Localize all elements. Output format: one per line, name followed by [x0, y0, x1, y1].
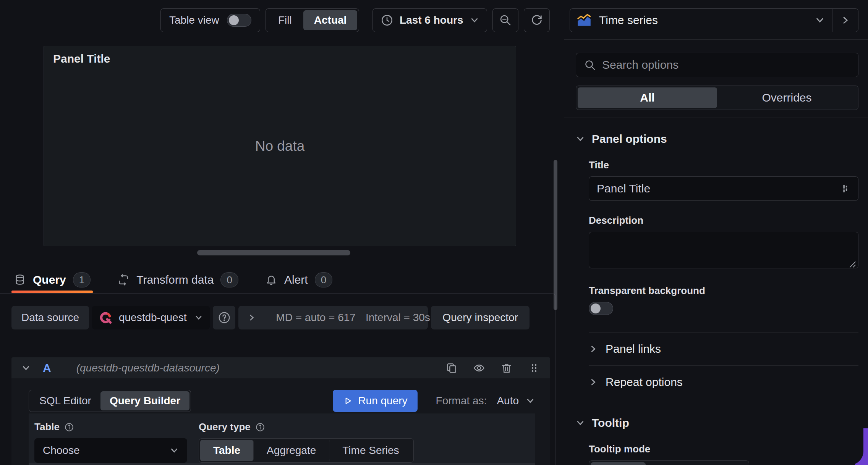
max-data-points-summary: MD = auto = 617 — [276, 312, 356, 324]
table-select[interactable]: Choose — [34, 438, 187, 463]
table-select-value: Choose — [43, 444, 170, 457]
query-inspector-button[interactable]: Query inspector — [431, 306, 530, 329]
query-toolbar: Data source questdb-quest MD = auto = 61… — [11, 306, 530, 329]
visualization-picker[interactable]: Time series — [570, 8, 858, 32]
chevron-down-icon — [576, 418, 585, 428]
time-range-label: Last 6 hours — [400, 14, 464, 26]
info-icon — [64, 422, 74, 432]
tab-transform-data[interactable]: Transform data 0 — [115, 266, 241, 293]
question-circle-icon — [218, 311, 231, 324]
chevron-right-icon — [589, 378, 598, 387]
tooltip-title: Tooltip — [592, 417, 629, 429]
options-search[interactable] — [576, 53, 858, 77]
time-range-picker[interactable]: Last 6 hours — [372, 8, 487, 32]
horizontal-resize-handle[interactable] — [197, 250, 350, 255]
options-filter-tabs: All Overrides — [576, 86, 858, 110]
query-row-a: A (questdb-questdb-datasource) SQL Edito… — [11, 357, 550, 465]
transparent-bg-label: Transparent background — [589, 285, 858, 297]
datasource-picker[interactable]: questdb-quest — [92, 306, 210, 329]
description-field-label: Description — [589, 215, 858, 226]
tab-query[interactable]: Query 1 — [11, 266, 93, 293]
query-row-header[interactable]: A (questdb-questdb-datasource) — [11, 357, 550, 378]
chevron-down-icon — [576, 134, 585, 144]
datalinks-suggestion-icon[interactable] — [840, 183, 850, 194]
datasource-label: Data source — [11, 306, 89, 329]
query-type-table[interactable]: Table — [200, 440, 253, 461]
search-icon — [584, 59, 596, 71]
interval-summary: Interval = 30s — [366, 312, 430, 324]
panel-title-input[interactable] — [597, 182, 840, 195]
table-view-toggle[interactable] — [227, 14, 251, 27]
query-row-actions — [445, 362, 540, 374]
chevron-down-icon — [170, 446, 179, 455]
delete-query-icon[interactable] — [500, 362, 513, 374]
query-type-label: Query type — [199, 421, 414, 433]
tab-alert[interactable]: Alert 0 — [263, 266, 335, 293]
panel-options-title: Panel options — [592, 132, 667, 145]
tooltip-mode-group: Single All Hidden — [589, 460, 749, 465]
collapse-chevron-icon[interactable] — [21, 363, 31, 373]
format-as-value[interactable]: Auto — [497, 395, 519, 407]
options-search-input[interactable] — [602, 58, 850, 71]
query-options-summary[interactable]: MD = auto = 617 Interval = 30s — [238, 306, 428, 329]
tab-alert-count: 0 — [315, 272, 332, 287]
panel-options-section: Panel options Title Description Transpar… — [564, 118, 868, 399]
tab-transform-count: 0 — [220, 272, 238, 287]
clock-icon — [381, 14, 394, 27]
query-type-label-text: Query type — [199, 421, 251, 433]
query-type-aggregate[interactable]: Aggregate — [253, 440, 329, 461]
zoom-out-button[interactable] — [492, 8, 518, 32]
datasource-help-button[interactable] — [213, 306, 235, 329]
sql-editor-option[interactable]: SQL Editor — [30, 391, 100, 410]
datasource-name: questdb-quest — [119, 312, 188, 324]
refresh-button[interactable] — [524, 8, 550, 32]
query-datasource-hint: (questdb-questdb-datasource) — [76, 362, 220, 374]
repeat-options-label: Repeat options — [606, 376, 683, 389]
toggle-knob — [591, 304, 601, 313]
query-ref-id: A — [43, 362, 51, 375]
query-builder-section: Table Choose Query type Table — [29, 413, 535, 465]
tooltip-mode-hidden[interactable]: Hidden — [680, 462, 737, 465]
tooltip-mode-single[interactable]: Single — [591, 462, 646, 465]
query-type-timeseries[interactable]: Time Series — [329, 440, 412, 461]
query-type-group: Table Aggregate Time Series — [199, 438, 414, 463]
fill-option[interactable]: Fill — [267, 10, 303, 30]
panel-links-section[interactable]: Panel links — [589, 333, 858, 365]
preview-panel: Panel Title No data — [44, 46, 516, 246]
hide-query-icon[interactable] — [473, 362, 485, 374]
filter-tab-all[interactable]: All — [578, 87, 717, 108]
play-icon — [343, 396, 353, 406]
tooltip-mode-all[interactable]: All — [646, 462, 680, 465]
grafana-panel-editor: { "toolbar": { "table_view": "Table view… — [0, 0, 868, 465]
tab-query-label: Query — [33, 273, 66, 286]
tab-transform-label: Transform data — [136, 273, 214, 286]
table-field-label: Table — [34, 421, 187, 433]
table-label-text: Table — [34, 421, 60, 433]
run-query-button[interactable]: Run query — [333, 390, 417, 412]
table-view-label: Table view — [169, 14, 219, 26]
actual-option[interactable]: Actual — [303, 10, 358, 30]
chevron-down-icon[interactable] — [526, 396, 535, 405]
transparent-bg-toggle[interactable] — [589, 302, 613, 315]
panel-title: Panel Title — [44, 46, 516, 71]
divider — [564, 39, 868, 40]
editor-tab-bar: Query 1 Transform data 0 Alert 0 — [0, 266, 556, 293]
title-field-label: Title — [589, 159, 858, 171]
repeat-options-section[interactable]: Repeat options — [589, 366, 858, 399]
collapse-pane-icon[interactable] — [840, 15, 850, 25]
toggle-knob — [229, 15, 239, 25]
transform-icon — [117, 274, 130, 286]
drag-handle-icon[interactable] — [528, 362, 540, 374]
description-textarea[interactable] — [589, 232, 858, 268]
panel-options-header[interactable]: Panel options — [576, 132, 858, 145]
tab-query-count: 1 — [73, 272, 91, 287]
display-mode-group: Fill Actual — [266, 8, 359, 32]
tab-alert-label: Alert — [284, 273, 308, 286]
refresh-icon — [530, 14, 543, 27]
query-builder-option[interactable]: Query Builder — [100, 391, 189, 410]
bell-icon — [265, 274, 277, 286]
duplicate-query-icon[interactable] — [445, 362, 458, 374]
chevron-down-icon — [194, 313, 203, 322]
filter-tab-overrides[interactable]: Overrides — [717, 87, 857, 108]
corner-mask — [806, 408, 863, 465]
